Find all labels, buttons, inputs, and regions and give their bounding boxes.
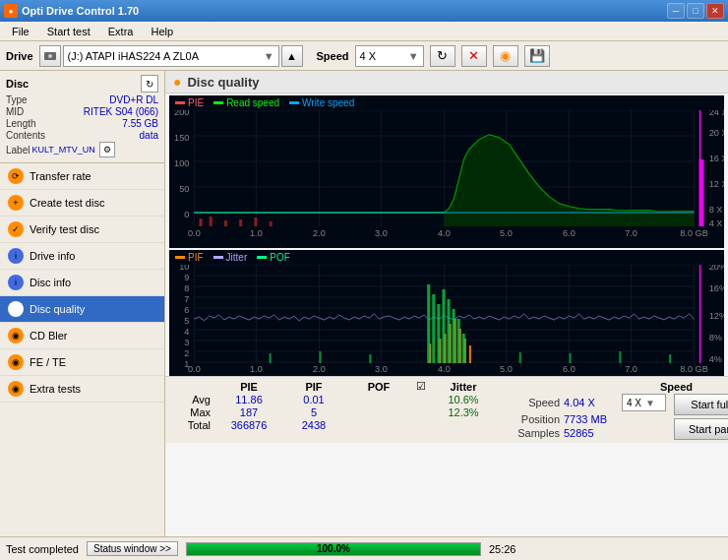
sidebar-item-fe-te[interactable]: ◉ FE / TE [0,349,164,376]
max-jitter: 12.3% [431,406,496,418]
samples-value: 52865 [564,427,618,439]
svg-text:50: 50 [179,184,189,194]
svg-text:9: 9 [184,273,189,282]
minimize-button[interactable]: ─ [667,3,685,19]
sidebar-item-extra-tests[interactable]: ◉ Extra tests [0,376,164,403]
svg-text:12%: 12% [709,311,724,321]
svg-rect-80 [462,334,465,363]
svg-rect-79 [457,319,460,363]
sidebar-item-label: Transfer rate [30,170,91,182]
sidebar-item-label: Disc info [30,277,71,288]
speed-dropdown[interactable]: 4 X ▼ [622,394,666,411]
jitter-legend: Jitter [213,252,248,263]
svg-text:3.0: 3.0 [375,364,388,373]
stats-right: Speed 4.04 X 4 X ▼ Position 7733 MB [496,394,728,440]
samples-row: Samples 52865 [496,427,666,439]
disc-length-value: 7.55 GB [122,118,158,129]
stats-headers: PIE PIF POF ☑ Jitter Speed [171,380,722,393]
sidebar-item-label: FE / TE [30,356,66,368]
stats-panel: PIE PIF POF ☑ Jitter Speed [165,376,728,443]
svg-text:6.0: 6.0 [563,228,576,238]
svg-text:150: 150 [174,133,189,143]
drive-label: Drive [6,50,33,62]
menu-file[interactable]: File [4,24,37,39]
create-test-icon: + [8,195,24,211]
drive-icon [39,45,61,67]
start-full-button[interactable]: Start full [674,394,728,415]
maximize-button[interactable]: □ [687,3,704,19]
menu-help[interactable]: Help [143,24,181,39]
speed-label: Speed [317,50,349,62]
save-button[interactable]: 💾 [524,45,550,67]
status-window-button[interactable]: Status window >> [87,541,178,556]
position-label: Position [496,413,560,425]
sidebar-item-label: Verify test disc [30,223,99,235]
close-button[interactable]: ✕ [706,3,724,19]
disc-quality-icon: ◉ [8,301,24,317]
disc-label-button[interactable]: ⚙ [99,142,115,157]
svg-text:1.0: 1.0 [250,228,263,238]
svg-rect-19 [210,217,212,226]
pie-legend: PIE [175,97,204,108]
svg-rect-22 [254,218,257,226]
svg-rect-85 [569,353,571,363]
sidebar-item-drive-info[interactable]: i Drive info [0,243,164,270]
svg-text:3: 3 [184,338,189,347]
jitter-checkbox[interactable]: ☑ [411,380,431,393]
svg-text:7: 7 [184,294,189,304]
sidebar-item-label: Drive info [30,250,75,262]
sidebar-item-label: Disc quality [30,303,85,315]
sidebar-item-disc-info[interactable]: i Disc info [0,270,164,296]
svg-text:2: 2 [184,348,189,358]
sidebar-item-cd-bler[interactable]: ◉ CD Bler [0,323,164,349]
drive-info-icon: i [8,248,24,264]
jitter-legend-color [213,256,223,259]
total-pif: 2438 [281,419,346,431]
total-label: Total [171,419,216,431]
start-part-button[interactable]: Start part [674,418,728,440]
drive-eject-button[interactable]: ▲ [281,45,303,67]
svg-text:6: 6 [184,305,189,315]
jitter-legend-label: Jitter [226,252,248,263]
elapsed-time: 25:26 [489,543,516,555]
stats-content: Avg 11.86 0.01 10.6% Max 187 5 [171,394,722,440]
top-chart: PIE Read speed Write speed [169,95,724,248]
extra-tests-icon: ◉ [8,381,24,397]
speed-right-value: 4.04 X [564,397,618,408]
sidebar-item-transfer-rate[interactable]: ⟳ Transfer rate [0,163,164,190]
menu-extra[interactable]: Extra [100,24,142,39]
svg-rect-86 [619,351,621,363]
read-speed-legend-color [213,101,223,104]
disc-label-value: KULT_MTV_UN [31,145,94,155]
position-row: Position 7733 MB [496,413,666,425]
sidebar-item-create-test[interactable]: + Create test disc [0,190,164,217]
verify-test-icon: ✓ [8,221,24,237]
svg-text:0.0: 0.0 [188,228,201,238]
svg-text:200: 200 [174,110,189,117]
erase-button[interactable]: ✕ [461,45,487,67]
menu-start-test[interactable]: Start test [39,24,98,39]
pie-legend-color [175,101,185,104]
sidebar-item-label: Extra tests [30,383,81,395]
max-pie: 187 [216,406,281,418]
sidebar-item-verify-test[interactable]: ✓ Verify test disc [0,217,164,243]
svg-text:5.0: 5.0 [500,364,513,373]
disc-button[interactable]: ◉ [493,45,518,67]
refresh-button[interactable]: ↻ [430,45,455,67]
speed-dropdown[interactable]: 4 X ▼ [355,45,424,67]
svg-text:7.0: 7.0 [625,364,637,373]
disc-refresh-button[interactable]: ↻ [141,75,158,93]
svg-point-1 [48,54,52,58]
stats-header-pif: PIF [281,381,346,393]
drive-dropdown[interactable]: (J:) ATAPI iHAS224 A ZL0A ▼ [63,45,279,67]
disc-label-key: Label [6,145,30,156]
quality-icon: ● [173,74,181,90]
speed-row: Speed 4.04 X 4 X ▼ [496,394,666,411]
top-chart-legend: PIE Read speed Write speed [169,95,724,110]
main-layout: Disc ↻ Type DVD+R DL MID RITEK S04 (066)… [0,71,728,536]
pie-legend-label: PIE [188,97,204,108]
svg-text:4%: 4% [709,354,722,364]
pof-legend-color [257,256,267,259]
sidebar-item-disc-quality[interactable]: ◉ Disc quality [0,296,164,323]
pof-legend-label: POF [270,252,290,263]
